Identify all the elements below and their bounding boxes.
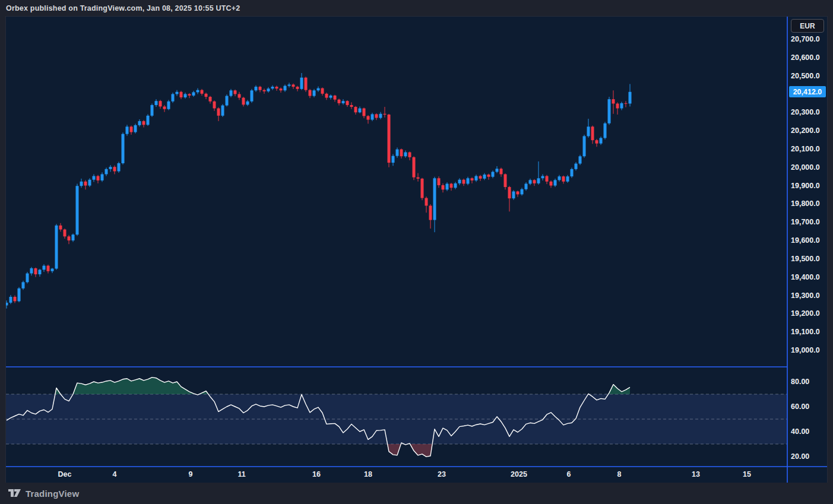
candle-body bbox=[64, 230, 66, 237]
candle-body bbox=[587, 126, 590, 136]
candle-body bbox=[342, 101, 345, 103]
candle-body bbox=[367, 116, 370, 119]
candle-body bbox=[101, 174, 104, 180]
candle-body bbox=[429, 205, 432, 220]
candle-body bbox=[176, 92, 179, 94]
candle-body bbox=[346, 101, 349, 105]
candle-body bbox=[68, 236, 71, 240]
candle-body bbox=[550, 182, 553, 186]
candle-body bbox=[59, 226, 62, 230]
chart-canvas[interactable] bbox=[6, 17, 827, 483]
candle-body bbox=[583, 136, 586, 156]
candle-body bbox=[500, 169, 503, 174]
candle-body bbox=[321, 88, 324, 94]
candle-body bbox=[155, 101, 158, 105]
candle-body bbox=[275, 87, 278, 88]
candle-body bbox=[134, 125, 137, 132]
candle-body bbox=[47, 266, 50, 271]
candle-body bbox=[579, 156, 582, 163]
currency-button[interactable]: EUR bbox=[791, 19, 824, 33]
candle-body bbox=[517, 191, 520, 194]
candle-body bbox=[167, 102, 170, 109]
candle-body bbox=[554, 180, 557, 185]
candle-body bbox=[562, 176, 565, 182]
candle-body bbox=[251, 90, 254, 101]
candle-body bbox=[404, 152, 407, 156]
candle-body bbox=[43, 266, 46, 270]
candle-body bbox=[105, 169, 108, 175]
candle-body bbox=[172, 94, 175, 101]
candle-body bbox=[138, 121, 141, 125]
candle-body bbox=[163, 106, 166, 109]
candle-body bbox=[305, 78, 308, 90]
candle-body bbox=[242, 98, 245, 105]
candle-body bbox=[288, 84, 291, 85]
candle-body bbox=[433, 178, 436, 220]
footer-bar: TradingView bbox=[0, 483, 833, 504]
candle-body bbox=[591, 126, 594, 140]
candle-body bbox=[201, 90, 204, 94]
candle-body bbox=[6, 303, 8, 306]
candle-body bbox=[109, 167, 112, 169]
candle-body bbox=[284, 86, 287, 91]
candle-body bbox=[184, 94, 187, 97]
candle-body bbox=[234, 90, 237, 94]
candle-body bbox=[338, 100, 341, 103]
candle-body bbox=[325, 94, 328, 98]
candle-body bbox=[546, 176, 549, 182]
candle-body bbox=[392, 156, 395, 163]
candle-body bbox=[267, 88, 270, 91]
candle-body bbox=[425, 198, 428, 206]
candle-body bbox=[512, 191, 515, 198]
candle-body bbox=[421, 179, 424, 198]
candle-body bbox=[217, 109, 220, 116]
candle-body bbox=[246, 102, 249, 105]
candle-body bbox=[18, 289, 21, 302]
candle-body bbox=[93, 176, 96, 180]
candle-body bbox=[483, 175, 486, 179]
candle-body bbox=[9, 297, 12, 303]
candle-body bbox=[130, 126, 133, 132]
candle-body bbox=[313, 90, 316, 96]
candle-body bbox=[600, 138, 603, 143]
candle-body bbox=[396, 150, 399, 156]
candle-body bbox=[292, 84, 295, 87]
candle-body bbox=[620, 103, 623, 109]
candle-body bbox=[354, 107, 357, 112]
candle-body bbox=[72, 234, 75, 240]
candle-body bbox=[84, 182, 87, 186]
candle-body bbox=[76, 186, 79, 234]
candle-body bbox=[492, 172, 495, 176]
candle-body bbox=[300, 78, 303, 89]
candle-body bbox=[192, 92, 195, 96]
candle-body bbox=[259, 87, 262, 90]
candle-body bbox=[575, 164, 578, 169]
candle-body bbox=[458, 180, 461, 183]
last-price-label: 20,412.0 bbox=[789, 86, 826, 97]
candle-body bbox=[467, 178, 470, 183]
candle-body bbox=[14, 297, 17, 301]
chart-panel[interactable]: 20,700.020,600.020,500.020,300.020,200.0… bbox=[6, 17, 827, 483]
tradingview-brand-link[interactable]: TradingView bbox=[8, 489, 79, 499]
candle-body bbox=[508, 187, 511, 198]
tradingview-brand-text: TradingView bbox=[26, 489, 79, 499]
candle-body bbox=[558, 176, 561, 180]
candle-body bbox=[446, 184, 449, 190]
candle-body bbox=[625, 103, 628, 104]
candle-body bbox=[80, 182, 83, 186]
candle-body bbox=[221, 106, 224, 116]
candle-body bbox=[296, 87, 299, 89]
candle-body bbox=[521, 189, 524, 195]
candle-body bbox=[566, 176, 569, 182]
candle-body bbox=[309, 90, 312, 96]
candle-body bbox=[334, 96, 337, 100]
candle-body bbox=[479, 176, 482, 179]
candle-body bbox=[113, 167, 116, 171]
candle-body bbox=[271, 87, 274, 88]
candle-body bbox=[596, 140, 598, 144]
candle-body bbox=[571, 169, 574, 176]
candle-body bbox=[147, 116, 150, 125]
candle-body bbox=[400, 150, 403, 157]
candle-body bbox=[55, 226, 58, 269]
candle-body bbox=[388, 115, 391, 163]
